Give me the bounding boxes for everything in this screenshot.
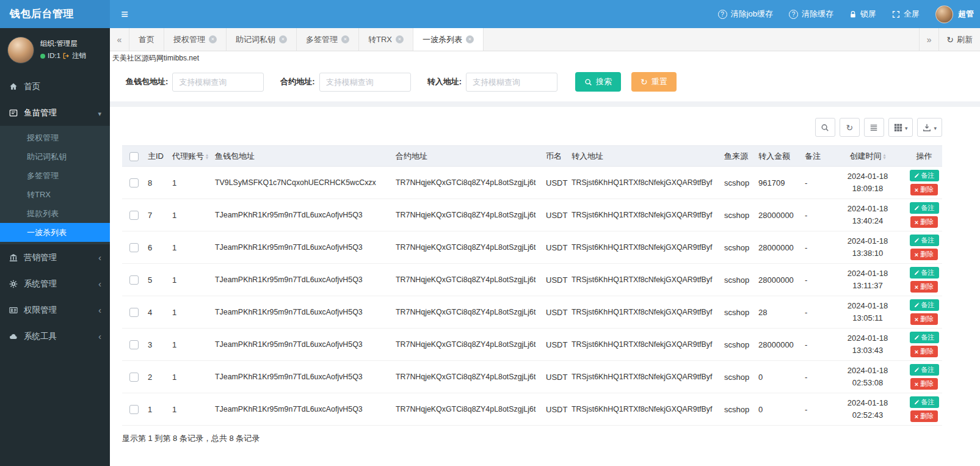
search-button[interactable]: 搜索 (575, 72, 621, 92)
toolbar-refresh-button[interactable] (840, 118, 860, 137)
lock-screen-button[interactable]: 锁屏 (841, 0, 884, 28)
tab-multisig[interactable]: 多签管理 (297, 28, 359, 51)
chevron-left-icon (98, 305, 101, 315)
tab-mnemonic-keys[interactable]: 助记词私钥 (227, 28, 297, 51)
sidebar-toggle-button[interactable] (110, 0, 139, 28)
header-note[interactable]: 备注 (802, 146, 829, 167)
sidebar-item-permission-manage[interactable]: 权限管理 (0, 297, 110, 323)
toolbar-search-button[interactable] (815, 118, 835, 137)
row-checkbox[interactable] (129, 373, 139, 382)
delete-button[interactable]: 删除 (910, 410, 938, 422)
reset-button[interactable]: 重置 (631, 72, 677, 92)
note-button[interactable]: 备注 (910, 396, 939, 408)
header-contract[interactable]: 合约地址 (393, 146, 543, 167)
sidebar-subitem-transfer-trx[interactable]: 转TRX (0, 185, 110, 204)
header-source[interactable]: 鱼来源 (722, 146, 756, 167)
filter-wallet-input[interactable] (172, 73, 264, 92)
header-created[interactable]: 创建时间 (829, 146, 906, 167)
fullscreen-button[interactable]: 全屏 (884, 0, 927, 28)
cell-note: - (802, 393, 829, 426)
note-button[interactable]: 备注 (910, 202, 939, 214)
fullscreen-label: 全屏 (904, 9, 920, 20)
row-checkbox[interactable] (129, 405, 139, 414)
sidebar-item-home[interactable]: 首页 (0, 73, 110, 100)
tab-close-icon[interactable] (396, 35, 404, 43)
delete-button[interactable]: 删除 (910, 249, 938, 260)
cell-amount: 28000000 (756, 329, 802, 361)
row-checkbox[interactable] (129, 340, 139, 349)
user-menu[interactable]: 超管 (927, 0, 980, 28)
cell-contract-address: TR7NHqjeKQxGTCi8q8ZY4pL8otSzgjLj6t (393, 296, 543, 329)
sidebar-subitem-mnemonic-keys[interactable]: 助记词私钥 (0, 147, 110, 166)
cell-agent: 1 (170, 393, 212, 426)
header-wallet[interactable]: 鱼钱包地址 (212, 146, 393, 167)
tab-close-icon[interactable] (279, 35, 287, 43)
note-button-label: 备注 (921, 171, 935, 180)
clear-job-cache-button[interactable]: 清除job缓存 (710, 0, 781, 28)
cell-source: scshop (722, 296, 756, 329)
clear-cache-button[interactable]: 清除缓存 (781, 0, 841, 28)
header-id[interactable]: 主ID (145, 146, 170, 167)
toolbar-export-button[interactable] (917, 118, 942, 137)
row-checkbox[interactable] (129, 178, 139, 187)
row-checkbox[interactable] (129, 211, 139, 220)
sidebar-item-fish-manage[interactable]: 鱼苗管理 (0, 100, 110, 126)
select-all-checkbox[interactable] (129, 152, 139, 161)
note-button[interactable]: 备注 (910, 299, 939, 311)
sidebar-subitem-withdraw-list[interactable]: 提款列表 (0, 204, 110, 223)
header-coin[interactable]: 币名 (543, 146, 569, 167)
sidebar-item-marketing[interactable]: 营销管理 (0, 244, 110, 271)
delete-button-label: 删除 (920, 250, 934, 259)
tab-close-icon[interactable] (466, 35, 474, 43)
tabs-scroll-left-button[interactable] (110, 28, 129, 51)
sidebar-subitem-multisig[interactable]: 多签管理 (0, 166, 110, 185)
sidebar-item-system-manage[interactable]: 系统管理 (0, 271, 110, 297)
fullscreen-icon (892, 10, 900, 18)
row-checkbox[interactable] (129, 243, 139, 252)
sidebar-subitem-wave-kill-list[interactable]: 一波杀列表 (0, 223, 110, 242)
cell-coin: USDT (543, 393, 569, 426)
cell-contract-address: TR7NHqjeKQxGTCi8q8ZY4pL8otSzgjLj6t (393, 231, 543, 264)
filter-contract-input[interactable] (319, 73, 411, 92)
tabs-scroll-right-button[interactable] (919, 28, 938, 51)
cell-contract-address: TR7NHqjeKQxGTCi8q8ZY4pL8otSzgjLj6t (393, 361, 543, 393)
note-button[interactable]: 备注 (910, 170, 939, 181)
x-icon (915, 413, 918, 420)
delete-button[interactable]: 删除 (910, 216, 938, 228)
note-button[interactable]: 备注 (910, 267, 939, 279)
delete-button[interactable]: 删除 (910, 313, 938, 325)
cell-created-time: 2024-01-18 13:05:11 (829, 296, 906, 329)
filter-to-address-input[interactable] (466, 73, 557, 92)
main-content: 首页 授权管理 助记词私钥 多签管理 转TRX (110, 28, 980, 466)
sidebar-subitem-auth-manage[interactable]: 授权管理 (0, 128, 110, 147)
x-icon (915, 251, 918, 258)
sidebar: 组织:管理层 ID:1 注销 首页 (0, 28, 110, 466)
sidebar-item-system-tools[interactable]: 系统工具 (0, 323, 110, 349)
tab-wave-kill-list[interactable]: 一波杀列表 (413, 28, 484, 51)
chevron-left-icon (98, 279, 101, 288)
delete-button[interactable]: 删除 (910, 184, 938, 195)
row-checkbox[interactable] (129, 275, 139, 285)
delete-button[interactable]: 删除 (910, 378, 938, 390)
note-button[interactable]: 备注 (910, 364, 939, 376)
cell-source: scshop (722, 167, 756, 199)
header-to-address[interactable]: 转入地址 (569, 146, 722, 167)
header-agent[interactable]: 代理账号 (170, 146, 212, 167)
toolbar-list-view-button[interactable] (864, 118, 884, 137)
cell-note: - (802, 264, 829, 296)
toolbar-columns-button[interactable] (888, 118, 913, 137)
logout-link[interactable]: 注销 (72, 50, 86, 62)
row-checkbox[interactable] (129, 308, 139, 317)
note-button[interactable]: 备注 (910, 332, 939, 343)
tab-home[interactable]: 首页 (129, 28, 164, 51)
note-button[interactable]: 备注 (910, 235, 939, 246)
delete-button-label: 删除 (920, 412, 934, 421)
tab-close-icon[interactable] (209, 35, 217, 43)
tab-auth-manage[interactable]: 授权管理 (164, 28, 227, 51)
delete-button[interactable]: 删除 (910, 346, 938, 357)
delete-button[interactable]: 删除 (910, 281, 938, 293)
tab-close-icon[interactable] (341, 35, 349, 43)
header-amount[interactable]: 转入金额 (756, 146, 802, 167)
tab-transfer-trx[interactable]: 转TRX (359, 28, 413, 51)
tab-refresh-button[interactable]: 刷新 (938, 28, 980, 51)
